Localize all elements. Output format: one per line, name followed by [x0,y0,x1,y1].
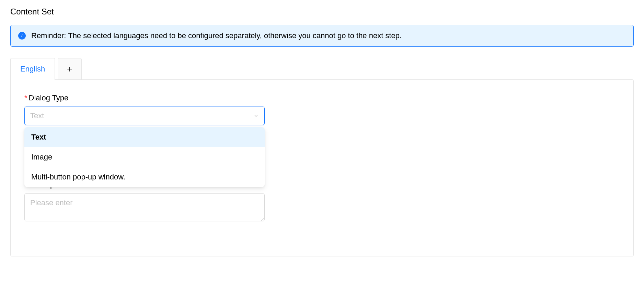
dialog-type-dropdown: Text Image Multi-button pop-up window. [24,127,265,187]
description-textarea[interactable] [24,193,265,221]
reminder-alert: i Reminder: The selected languages need … [10,25,634,47]
plus-icon [66,66,73,73]
dialog-type-group: *Dialog Type Text Text Image Multi-butto… [24,94,265,125]
info-icon: i [18,32,26,40]
dropdown-option-image[interactable]: Image [24,147,265,167]
dropdown-option-multibutton[interactable]: Multi-button pop-up window. [24,167,265,187]
language-tabs: English [10,58,634,79]
page-title: Content Set [10,7,634,16]
required-indicator: * [24,94,27,102]
alert-text: Reminder: The selected languages need to… [31,31,402,40]
dialog-type-select[interactable]: Text [24,107,265,125]
tab-english[interactable]: English [10,58,55,80]
select-value: Text [30,111,44,120]
chevron-down-icon [253,113,259,119]
tab-content: *Dialog Type Text Text Image Multi-butto… [10,79,634,256]
dialog-type-label: *Dialog Type [24,94,265,102]
dropdown-option-text[interactable]: Text [24,127,265,147]
add-language-button[interactable] [58,58,82,80]
